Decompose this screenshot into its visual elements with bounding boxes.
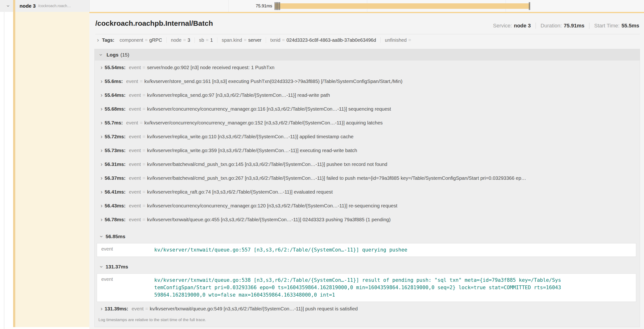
tag-item: unfinished =: [380, 38, 417, 43]
chevron-right-icon[interactable]: [98, 78, 105, 84]
trace-span-detail-view: node 3 /cockroach.roach… 75.91ms /cockro…: [0, 0, 644, 329]
log-row[interactable]: 56.43ms: event = kv/kvserver/concurrency…: [94, 199, 640, 213]
meta-duration-value: 75.91ms: [564, 23, 584, 29]
log-field-key: event: [129, 64, 141, 70]
chevron-down-icon[interactable]: [98, 234, 105, 240]
chevron-right-icon[interactable]: [95, 37, 101, 43]
log-row[interactable]: 56.31ms: event = kv/kvserver/batcheval/c…: [94, 157, 640, 171]
span-service-name: node 3: [20, 3, 36, 9]
meta-start-time: Start Time: 55.5ms: [589, 23, 639, 29]
log-row[interactable]: 55.73ms: event = kv/kvserver/replica_wri…: [94, 144, 640, 157]
tag-equals-sign: =: [145, 38, 148, 43]
log-row[interactable]: 56.37ms: event = kv/kvserver/batcheval/c…: [94, 171, 640, 185]
chevron-right-icon[interactable]: [98, 64, 105, 70]
tag-key: sb: [199, 38, 204, 43]
logs-section-header[interactable]: Logs (15): [94, 49, 640, 60]
tag-item: node = 3: [166, 38, 194, 43]
span-operation-name: /cockroach.roach…: [38, 4, 71, 8]
chevron-right-icon[interactable]: [98, 175, 105, 181]
log-equals-sign: =: [142, 92, 146, 98]
log-field-key: event: [97, 276, 154, 299]
log-entry-expanded: 56.85ms event kv/kvserver/txnwait/queue.…: [94, 230, 640, 257]
logs-count: (15): [120, 52, 129, 58]
log-message: kv/kvserver/replica_send.go:97 [n3,s3,r6…: [147, 92, 330, 98]
log-marker-tick: [276, 2, 276, 10]
chevron-right-icon[interactable]: [98, 161, 105, 167]
log-equals-sign: =: [142, 203, 146, 208]
log-detail-card: event kv/kvserver/txnwait/queue.go:538 […: [97, 274, 636, 302]
log-row[interactable]: 55.72ms: event = kv/kvserver/replica_wri…: [94, 130, 640, 144]
log-field-value: kv/kvserver/txnwait/queue.go:538 [n3,s3,…: [154, 276, 562, 299]
log-field-value: kv/kvserver/txnwait/queue.go:557 [n3,s3,…: [154, 246, 562, 254]
title-divider: [95, 34, 640, 34]
log-marker-tick: [276, 2, 277, 10]
tag-equals-sign: =: [206, 38, 208, 43]
log-equals-sign: =: [142, 175, 146, 181]
log-field-key: event: [129, 203, 141, 208]
log-message: kv/kvserver/store_send.go:161 [n3,s3] ex…: [144, 78, 402, 84]
log-row[interactable]: 55.6ms: event = kv/kvserver/store_send.g…: [94, 74, 640, 88]
chevron-right-icon[interactable]: [98, 306, 105, 312]
log-timestamp: 55.73ms:: [105, 148, 126, 153]
log-field-key: event: [126, 120, 138, 126]
span-row[interactable]: node 3 /cockroach.roach… 75.91ms: [0, 0, 644, 12]
chevron-right-icon[interactable]: [98, 134, 105, 140]
log-detail-card: event kv/kvserver/txnwait/queue.go:557 […: [97, 243, 636, 257]
tag-value: 024d3323-6c8f-4863-aa8b-37ab0e63496d: [286, 38, 376, 43]
tag-item: span.kind = server: [217, 38, 266, 43]
log-field-key: event: [129, 217, 141, 222]
tag-key: span.kind: [222, 38, 242, 43]
log-message: kv/kvserver/txnwait/queue.go:549 [n3,s3,…: [150, 306, 358, 312]
tag-equals-sign: =: [244, 38, 247, 43]
chevron-right-icon[interactable]: [98, 147, 105, 154]
chevron-right-icon[interactable]: [98, 106, 105, 112]
log-message: kv/kvserver/batcheval/cmd_push_txn.go:26…: [147, 175, 526, 181]
chevron-right-icon[interactable]: [98, 120, 105, 126]
chevron-right-icon[interactable]: [98, 216, 105, 223]
log-marker-tick: [530, 2, 530, 10]
log-row[interactable]: 55.68ms: event = kv/kvserver/concurrency…: [94, 102, 640, 116]
log-row[interactable]: 55.7ms: event = kv/kvserver/concurrency/…: [94, 116, 640, 130]
logs-section: Logs (15) 55.54ms: event = server/node.g…: [94, 49, 640, 327]
logs-list: 55.54ms: event = server/node.go:902 [n3]…: [94, 60, 640, 316]
tag-item: sb = 1: [194, 38, 217, 43]
log-row[interactable]: 131.39ms: event = kv/kvserver/txnwait/qu…: [94, 302, 640, 316]
log-expanded-header[interactable]: 131.37ms: [94, 260, 640, 274]
chevron-right-icon[interactable]: [98, 203, 105, 209]
log-message: kv/kvserver/concurrency/concurrency_mana…: [147, 106, 391, 112]
chevron-down-icon[interactable]: [5, 3, 12, 9]
log-expanded-header[interactable]: 56.85ms: [94, 230, 640, 243]
span-detail-panel: /cockroach.roachpb.Internal/Batch Servic…: [90, 12, 644, 329]
span-bar[interactable]: [274, 3, 530, 9]
log-row[interactable]: 56.78ms: event = kv/kvserver/txnwait/que…: [94, 213, 640, 226]
span-detail-meta: Service: node 3 Duration: 75.91ms Start …: [493, 23, 639, 29]
tags-row[interactable]: Tags: component = gRPC node = 3: [95, 37, 417, 43]
tag-key: unfinished: [385, 38, 406, 43]
tag-key: txnid: [270, 38, 280, 43]
log-row[interactable]: 56.41ms: event = kv/kvserver/replica_raf…: [94, 185, 640, 199]
tag-value: server: [248, 38, 262, 43]
logs-title: Logs: [106, 52, 118, 58]
tag-item: txnid = 024d3323-6c8f-4863-aa8b-37ab0e63…: [266, 38, 380, 43]
log-equals-sign: =: [140, 78, 143, 84]
log-row[interactable]: 55.64ms: event = kv/kvserver/replica_sen…: [94, 88, 640, 102]
log-timestamp: 56.31ms:: [105, 162, 126, 167]
log-entry-expanded: 131.37ms event kv/kvserver/txnwait/queue…: [94, 260, 640, 302]
chevron-right-icon[interactable]: [98, 92, 105, 98]
log-message: kv/kvserver/replica_raft.go:74 [n3,s3,r6…: [147, 189, 333, 195]
log-timestamp: 55.68ms:: [105, 106, 126, 112]
log-timestamp: 56.85ms: [106, 234, 125, 239]
chevron-down-icon[interactable]: [98, 264, 105, 270]
log-message: kv/kvserver/replica_write.go:359 [n3,s3,…: [147, 148, 357, 153]
timeline-track[interactable]: 75.91ms: [90, 0, 644, 12]
log-marker-tick: [278, 2, 278, 10]
log-message: kv/kvserver/concurrency/concurrency_mana…: [144, 120, 383, 126]
meta-start-label: Start Time:: [594, 23, 620, 29]
chevron-right-icon[interactable]: [98, 189, 105, 195]
chevron-down-icon[interactable]: [98, 52, 104, 58]
log-row[interactable]: 55.54ms: event = server/node.go:902 [n3]…: [94, 60, 640, 74]
tag-equals-sign: =: [282, 38, 285, 43]
meta-start-value: 55.5ms: [621, 23, 639, 29]
log-timestamp: 131.37ms: [106, 264, 128, 270]
log-timestamp: 56.78ms:: [105, 217, 126, 222]
